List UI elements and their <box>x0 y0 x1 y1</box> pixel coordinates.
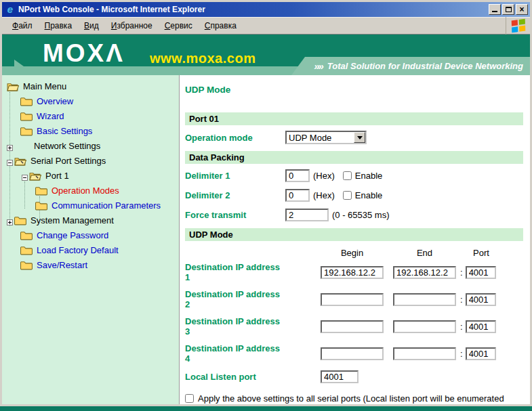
destination-ip-4-row: Destination IP address 4 : <box>185 343 523 364</box>
sidebar-item-system-management[interactable]: System Management <box>2 213 179 228</box>
operation-mode-select[interactable]: UDP Mode <box>285 131 367 144</box>
minimize-button[interactable] <box>489 4 501 15</box>
delimiter-1-enable-checkbox[interactable] <box>343 171 352 180</box>
menu-edit[interactable]: Правка <box>39 19 79 33</box>
collapse-minus-icon[interactable] <box>7 158 13 164</box>
section-port-01: Port 01 <box>185 112 523 125</box>
title-bar: e NPort Web Console - Microsoft Internet… <box>2 2 530 17</box>
destination-ip-4-port-input[interactable] <box>466 347 496 360</box>
folder-icon <box>20 230 33 240</box>
destination-ip-1-port-input[interactable] <box>466 266 496 279</box>
apply-all-label: Apply the above settings to all serial p… <box>198 393 510 404</box>
force-transmit-input[interactable] <box>285 209 329 221</box>
menu-view[interactable]: Вид <box>78 19 105 33</box>
maximize-button[interactable] <box>502 4 514 15</box>
menu-file[interactable]: Файл <box>6 19 39 33</box>
delimiter-2-label: Delimiter 2 <box>185 190 285 200</box>
collapse-minus-icon[interactable] <box>22 173 28 179</box>
page-title: UDP Mode <box>185 85 523 95</box>
menu-help[interactable]: Справка <box>199 19 243 33</box>
delimiter-1-input[interactable] <box>285 169 310 182</box>
folder-icon <box>35 186 47 196</box>
close-button[interactable]: × <box>516 4 528 15</box>
window-title: NPort Web Console - Microsoft Internet E… <box>18 5 487 14</box>
navigation-sidebar: Main Menu Overview Wizard <box>2 75 180 404</box>
destination-ip-4-end-input[interactable] <box>393 347 456 360</box>
menu-favorites[interactable]: Избранное <box>105 19 159 33</box>
windows-logo-box <box>506 17 530 35</box>
apply-all-row: Apply the above settings to all serial p… <box>185 393 523 404</box>
dropdown-button[interactable] <box>354 132 365 143</box>
local-listen-port-label: Local Listen port <box>185 372 321 382</box>
range-suffix: (0 - 65535 ms) <box>332 210 390 220</box>
sidebar-item-overview[interactable]: Overview <box>2 93 179 108</box>
destination-ip-2-begin-input[interactable] <box>321 293 384 306</box>
destination-ip-3-end-input[interactable] <box>393 320 456 333</box>
column-spacer <box>185 248 321 258</box>
local-listen-port-row: Local Listen port <box>185 370 523 383</box>
enable-label: Enable <box>355 190 382 200</box>
sidebar-item-serial-port-settings[interactable]: Serial Port Settings <box>2 153 179 168</box>
sidebar-item-communication-parameters[interactable]: Communication Parameters <box>2 198 179 213</box>
sidebar-item-wizard[interactable]: Wizard <box>2 108 179 123</box>
delimiter-2-enable-checkbox[interactable] <box>343 191 352 200</box>
delimiter-2-input[interactable] <box>285 189 310 202</box>
expand-plus-icon[interactable] <box>7 217 13 223</box>
banner-tagline: Total Solution for Industrial Device Net… <box>327 61 523 71</box>
sidebar-item-network-settings[interactable]: Network Settings <box>2 138 179 153</box>
port-separator: : <box>456 322 466 332</box>
destination-ip-3-row: Destination IP address 3 : <box>185 316 523 337</box>
folder-icon <box>20 245 33 255</box>
force-transmit-row: Force transmit (0 - 65535 ms) <box>185 209 523 221</box>
sidebar-item-save-restart[interactable]: Save/Restart <box>2 257 179 272</box>
column-begin: Begin <box>321 248 384 258</box>
local-listen-port-input[interactable] <box>321 370 359 383</box>
destination-ip-1-begin-input[interactable] <box>321 266 384 279</box>
sidebar-item-load-factory-default[interactable]: Load Factory Default <box>2 242 179 257</box>
expand-plus-icon[interactable] <box>7 143 13 149</box>
destination-ip-3-port-input[interactable] <box>466 320 496 333</box>
chevron-down-icon <box>357 136 363 139</box>
moxa-banner: MOXΛ www.moxa.com »» Total Solution for … <box>2 35 530 75</box>
sidebar-item-main-menu[interactable]: Main Menu <box>2 79 179 93</box>
delimiter-1-label: Delimiter 1 <box>185 171 285 181</box>
client-area: Main Menu Overview Wizard <box>2 75 530 404</box>
destination-ip-3-begin-input[interactable] <box>321 320 384 333</box>
destination-ip-1-label: Destination IP address 1 <box>185 262 321 282</box>
destination-ip-4-label: Destination IP address 4 <box>185 343 321 364</box>
destination-ip-2-row: Destination IP address 2 : <box>185 289 523 309</box>
sidebar-item-basic-settings[interactable]: Basic Settings <box>2 123 179 138</box>
main-content: UDP Mode Port 01 Operation mode UDP Mode… <box>180 75 530 404</box>
minimize-icon <box>492 7 497 12</box>
menu-tools[interactable]: Сервис <box>159 19 199 33</box>
menu-bar: Файл Правка Вид Избранное Сервис Справка <box>2 17 530 35</box>
destination-ip-2-port-input[interactable] <box>466 293 496 306</box>
port-separator: : <box>456 349 466 359</box>
sidebar-item-port-1[interactable]: Port 1 <box>2 168 179 183</box>
column-gap <box>384 248 393 258</box>
open-folder-icon <box>14 156 26 166</box>
internet-explorer-icon: e <box>5 4 16 15</box>
apply-all-checkbox[interactable] <box>185 394 194 403</box>
chevrons-icon: »» <box>314 60 323 72</box>
destination-ip-4-begin-input[interactable] <box>321 347 384 360</box>
close-icon: × <box>519 6 524 13</box>
folder-icon <box>20 96 33 106</box>
sidebar-item-operation-modes[interactable]: Operation Modes <box>2 183 179 198</box>
port-separator: : <box>456 267 466 278</box>
destination-ip-1-row: Destination IP address 1 : <box>185 262 523 282</box>
open-folder-icon <box>7 81 19 91</box>
banner-strip <box>2 66 300 75</box>
moxa-website: www.moxa.com <box>150 51 255 66</box>
windows-flag-icon <box>511 19 525 33</box>
maximize-icon <box>506 7 512 12</box>
destination-ip-2-end-input[interactable] <box>393 293 456 306</box>
operation-mode-value: UDP Mode <box>287 133 354 143</box>
destination-ip-1-end-input[interactable] <box>393 266 456 279</box>
menu-items: Файл Правка Вид Избранное Сервис Справка <box>2 17 506 35</box>
navigation-tree: Main Menu Overview Wizard <box>2 79 179 272</box>
column-port: Port <box>456 248 506 258</box>
sidebar-item-change-password[interactable]: Change Password <box>2 228 179 242</box>
delimiter-2-row: Delimiter 2 (Hex) Enable <box>185 189 523 202</box>
banner-tagline-band: »» Total Solution for Industrial Device … <box>291 57 530 75</box>
